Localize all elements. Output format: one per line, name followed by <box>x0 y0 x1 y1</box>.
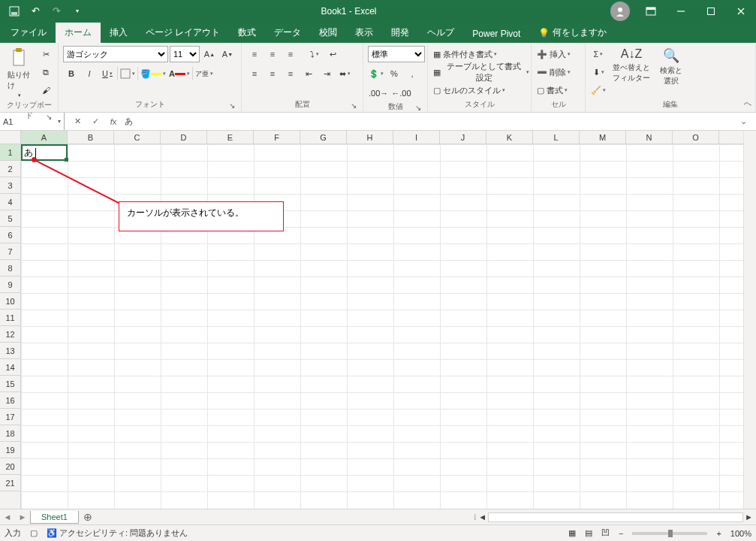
decrease-indent-button[interactable]: ⇤ <box>300 65 317 82</box>
enter-edit-button[interactable]: ✓ <box>89 116 102 126</box>
active-cell[interactable]: あ <box>21 144 68 161</box>
maximize-button[interactable] <box>696 0 726 22</box>
phonetic-button[interactable]: ア亜 <box>194 65 214 82</box>
horizontal-scrollbar[interactable] <box>488 512 743 522</box>
cancel-edit-button[interactable]: ✕ <box>71 116 84 126</box>
dialog-launcher-icon[interactable]: ↘ <box>414 104 423 113</box>
tab-developer[interactable]: 開発 <box>382 23 418 43</box>
row-header[interactable]: 16 <box>0 392 20 409</box>
comma-button[interactable]: , <box>404 65 420 82</box>
insert-function-button[interactable]: fx <box>107 117 120 126</box>
zoom-level[interactable]: 100% <box>730 529 751 538</box>
column-header[interactable]: D <box>161 131 207 144</box>
tab-data[interactable]: データ <box>265 23 310 43</box>
zoom-in-button[interactable]: + <box>716 529 721 538</box>
column-header[interactable]: I <box>393 131 440 144</box>
increase-decimal-button[interactable]: .00→ <box>368 85 389 101</box>
paste-button[interactable]: 貼り付け▾ <box>5 46 35 100</box>
tab-home[interactable]: ホーム <box>56 23 101 43</box>
conditional-formatting-button[interactable]: ▦ 条件付き書式 <box>432 46 530 62</box>
column-header[interactable]: A <box>21 131 68 144</box>
row-header[interactable]: 7 <box>0 243 20 260</box>
select-all-corner[interactable] <box>0 131 21 144</box>
minimize-button[interactable] <box>666 0 696 22</box>
fill-button[interactable]: ⬇ <box>590 64 607 80</box>
column-header[interactable]: C <box>114 131 161 144</box>
undo-button[interactable]: ↶ <box>26 3 45 20</box>
align-middle-button[interactable]: ≡ <box>264 46 281 62</box>
wrap-text-button[interactable]: ↩ <box>324 46 341 62</box>
sheet-tab-active[interactable]: Sheet1 <box>30 511 79 524</box>
font-name-select[interactable]: 游ゴシック <box>63 46 168 62</box>
column-header[interactable]: L <box>533 131 580 144</box>
hscroll-right-button[interactable]: ► <box>745 512 753 521</box>
macro-record-icon[interactable]: ▢ <box>30 528 38 538</box>
find-select-button[interactable]: 🔍 検索と 選択 <box>656 46 686 88</box>
tab-power-pivot[interactable]: Power Pivot <box>463 25 529 43</box>
row-header[interactable]: 15 <box>0 376 20 392</box>
row-header[interactable]: 13 <box>0 343 20 359</box>
ribbon-display-options[interactable] <box>636 0 666 22</box>
row-header[interactable]: 19 <box>0 442 20 458</box>
view-page-layout-button[interactable]: ▤ <box>585 528 592 538</box>
row-header[interactable]: 20 <box>0 458 20 475</box>
expand-formula-bar-button[interactable]: ⌄ <box>736 116 750 126</box>
column-header[interactable]: F <box>254 131 300 144</box>
align-center-button[interactable]: ≡ <box>264 65 281 82</box>
view-normal-button[interactable]: ▦ <box>568 528 576 538</box>
sheet-nav-next[interactable]: ► <box>15 512 30 521</box>
view-page-break-button[interactable]: 凹 <box>601 527 610 539</box>
increase-indent-button[interactable]: ⇥ <box>318 65 335 82</box>
format-cells-button[interactable]: ▢ 書式 <box>536 82 584 98</box>
column-header[interactable]: H <box>347 131 393 144</box>
column-header[interactable]: O <box>673 131 719 144</box>
dialog-launcher-icon[interactable]: ↘ <box>227 101 236 110</box>
merge-center-button[interactable]: ⬌ <box>336 65 353 82</box>
accounting-format-button[interactable]: 💲 <box>368 65 384 82</box>
format-as-table-button[interactable]: ▦ テーブルとして書式設定 <box>432 64 530 80</box>
align-right-button[interactable]: ≡ <box>282 65 299 82</box>
sort-filter-button[interactable]: A↓Z 並べ替えと フィルター <box>610 46 653 85</box>
qat-customize[interactable]: ▾ <box>68 3 87 20</box>
column-header[interactable]: E <box>207 131 254 144</box>
cell-grid[interactable]: あ カーソルが表示されている。 <box>21 144 743 509</box>
align-bottom-button[interactable]: ≡ <box>282 46 299 62</box>
row-header[interactable]: 18 <box>0 425 20 442</box>
row-header[interactable]: 2 <box>0 161 20 177</box>
format-painter-button[interactable]: 🖌 <box>38 82 54 98</box>
vertical-scrollbar[interactable] <box>743 131 756 509</box>
column-header[interactable]: B <box>68 131 114 144</box>
autosum-button[interactable]: Σ <box>590 46 607 62</box>
accessibility-status[interactable]: ♿ アクセシビリティ: 問題ありません <box>47 527 188 539</box>
bold-button[interactable]: B <box>63 65 80 82</box>
account-icon[interactable] <box>610 2 630 21</box>
copy-button[interactable]: ⧉ <box>38 64 54 80</box>
formula-bar-input[interactable]: あ <box>125 116 732 127</box>
underline-button[interactable]: U <box>99 65 116 82</box>
border-button[interactable] <box>119 65 136 82</box>
row-header[interactable]: 21 <box>0 475 20 491</box>
row-header[interactable]: 3 <box>0 177 20 194</box>
name-box[interactable]: A1▾ <box>0 113 65 130</box>
cell-styles-button[interactable]: ▢ セルのスタイル <box>432 82 530 98</box>
redo-button[interactable]: ↷ <box>47 3 66 20</box>
delete-cells-button[interactable]: ➖ 削除 <box>536 64 584 80</box>
save-button[interactable] <box>5 3 24 20</box>
tell-me[interactable]: 💡何をしますか <box>529 23 616 43</box>
row-header[interactable]: 12 <box>0 326 20 343</box>
font-color-button[interactable]: A <box>168 65 191 82</box>
row-header[interactable]: 1 <box>0 144 20 161</box>
zoom-slider[interactable] <box>632 532 707 535</box>
cut-button[interactable]: ✂ <box>38 46 54 62</box>
font-size-select[interactable]: 11 <box>170 46 200 62</box>
number-format-select[interactable]: 標準 <box>368 46 425 62</box>
tab-view[interactable]: 表示 <box>346 23 382 43</box>
new-sheet-button[interactable]: ⊕ <box>79 511 97 523</box>
column-header[interactable]: G <box>300 131 347 144</box>
row-header[interactable]: 8 <box>0 260 20 277</box>
tab-file[interactable]: ファイル <box>2 23 56 43</box>
row-headers[interactable]: 123456789101112131415161718192021 <box>0 144 21 509</box>
column-header[interactable]: K <box>486 131 533 144</box>
tab-insert[interactable]: 挿入 <box>101 23 137 43</box>
italic-button[interactable]: I <box>81 65 98 82</box>
